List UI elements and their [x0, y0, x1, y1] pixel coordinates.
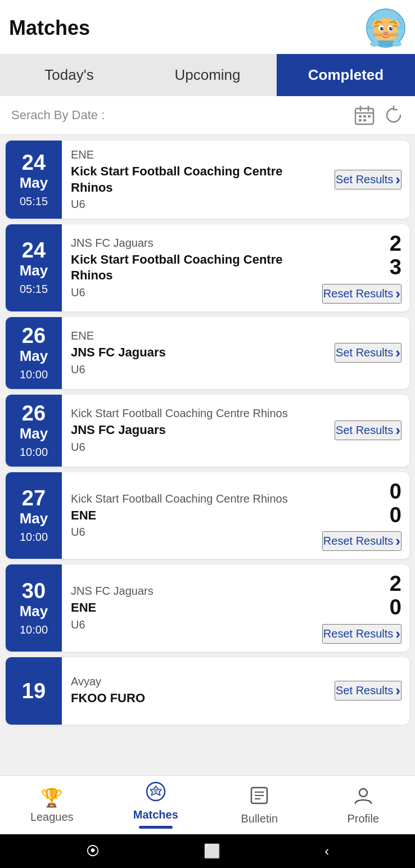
match-category: U6 [71, 198, 312, 211]
match-card: 24 May 05:15 ENE Kick Start Football Coa… [6, 141, 409, 219]
nav-leagues[interactable]: 🏆 Leagues [0, 781, 104, 832]
calendar-button[interactable] [354, 105, 375, 125]
refresh-icon [384, 105, 404, 125]
nav-active-indicator [139, 826, 173, 829]
match-score-section: Set Results [319, 317, 409, 389]
set-results-button[interactable]: Set Results [335, 170, 402, 189]
match-venue: ENE [71, 329, 312, 342]
score-numbers: 0 0 [390, 480, 402, 527]
svg-rect-26 [368, 115, 371, 117]
score-team1: 2 [390, 572, 402, 596]
date-day: 27 [22, 487, 46, 509]
set-results-button[interactable]: Set Results [335, 421, 402, 440]
soccer-icon [146, 781, 166, 806]
svg-point-35 [359, 789, 367, 797]
set-results-button[interactable]: Set Results [335, 681, 402, 700]
android-nav: ⦿ ⬜ ‹ [0, 834, 415, 868]
app-logo [366, 8, 406, 48]
svg-rect-25 [363, 115, 366, 117]
reset-results-button[interactable]: Reset Results [322, 624, 402, 644]
team-name: ENE [71, 600, 312, 616]
score-numbers: 2 3 [390, 232, 402, 279]
nav-profile-label: Profile [347, 812, 379, 825]
search-label: Serach By Date : [11, 108, 105, 123]
nav-matches[interactable]: Matches [104, 781, 208, 832]
match-score-section: Set Results [319, 141, 409, 219]
date-time: 10:00 [20, 446, 48, 459]
refresh-button[interactable] [384, 105, 404, 125]
match-date: 26 May 10:00 [6, 317, 62, 389]
match-category: U6 [71, 526, 312, 539]
nav-leagues-label: Leagues [30, 811, 74, 824]
match-info: JNS FC Jaguars Kick Start Football Coach… [62, 224, 319, 311]
svg-rect-24 [359, 115, 362, 117]
match-card: 30 May 10:00 JNS FC Jaguars ENE U6 2 0 R… [6, 564, 409, 652]
search-actions [354, 105, 404, 125]
svg-rect-28 [363, 119, 366, 121]
set-results-button[interactable]: Set Results [335, 343, 402, 363]
match-info: Kick Start Football Coaching Centre Rhin… [62, 395, 319, 467]
date-day: 24 [22, 152, 46, 173]
search-bar: Serach By Date : [0, 96, 415, 135]
match-card: 26 May 10:00 ENE JNS FC Jaguars U6 Set R… [6, 317, 409, 389]
android-back-btn[interactable]: ‹ [324, 843, 329, 859]
tab-upcoming[interactable]: Upcoming [138, 54, 277, 96]
date-month: May [20, 425, 48, 442]
android-menu-btn[interactable]: ⦿ [86, 843, 100, 859]
date-time: 10:00 [20, 623, 48, 636]
reset-results-button[interactable]: Reset Results [322, 531, 402, 551]
tab-todays[interactable]: Today's [0, 54, 138, 96]
match-venue: JNS FC Jaguars [71, 237, 312, 250]
reset-results-button[interactable]: Reset Results [322, 284, 402, 304]
match-venue: JNS FC Jaguars [71, 585, 312, 598]
calendar-icon [354, 105, 375, 125]
match-score-section: Set Results [319, 657, 409, 725]
date-month: May [20, 262, 48, 279]
svg-point-8 [380, 27, 384, 30]
date-time: 10:00 [20, 368, 48, 381]
score-team2: 3 [390, 256, 402, 279]
match-venue: Kick Start Football Coaching Centre Rhin… [71, 407, 312, 420]
svg-rect-27 [359, 119, 362, 121]
svg-point-10 [382, 28, 383, 29]
team-name: Kick Start Football Coaching Centre Rhin… [71, 164, 312, 196]
match-category: U6 [71, 441, 312, 454]
date-time: 10:00 [20, 531, 48, 544]
nav-bulletin-label: Bulletin [241, 812, 278, 825]
tab-completed[interactable]: Completed [277, 54, 415, 96]
svg-point-12 [383, 32, 389, 36]
tabs-container: Today's Upcoming Completed [0, 54, 415, 96]
team-name: JNS FC Jaguars [71, 422, 312, 438]
svg-rect-17 [377, 40, 395, 46]
score-team1: 0 [390, 480, 402, 504]
nav-profile[interactable]: Profile [312, 781, 416, 832]
date-month: May [20, 510, 48, 527]
score-team2: 0 [390, 504, 402, 527]
date-time: 05:15 [20, 283, 48, 296]
date-month: May [20, 603, 48, 620]
android-home-btn[interactable]: ⬜ [204, 843, 220, 859]
match-score-section: 2 0 Reset Results [319, 564, 409, 652]
date-day: 19 [22, 680, 46, 702]
match-venue: Kick Start Football Coaching Centre Rhin… [71, 492, 312, 505]
score-team1: 2 [390, 232, 402, 256]
svg-point-18 [370, 41, 379, 47]
match-card: 24 May 05:15 JNS FC Jaguars Kick Start F… [6, 224, 409, 311]
date-time: 05:15 [20, 195, 48, 208]
date-day: 30 [22, 580, 46, 602]
match-card: 26 May 10:00 Kick Start Football Coachin… [6, 395, 409, 467]
nav-bulletin[interactable]: Bulletin [208, 781, 312, 832]
match-card: 27 May 10:00 Kick Start Football Coachin… [6, 472, 409, 559]
date-day: 26 [22, 403, 46, 424]
match-score-section: 2 3 Reset Results [319, 224, 409, 311]
match-date: 26 May 10:00 [6, 395, 62, 467]
team-name: Kick Start Football Coaching Centre Rhin… [71, 252, 312, 284]
date-month: May [20, 174, 48, 192]
match-category: U6 [71, 618, 312, 631]
match-card: 19 Avyay FKOO FURO Set Results [6, 657, 409, 725]
trophy-icon: 🏆 [40, 787, 63, 808]
match-date: 27 May 10:00 [6, 472, 62, 559]
match-info: Kick Start Football Coaching Centre Rhin… [62, 472, 319, 559]
match-date: 24 May 05:15 [6, 141, 62, 219]
svg-point-19 [393, 41, 402, 47]
